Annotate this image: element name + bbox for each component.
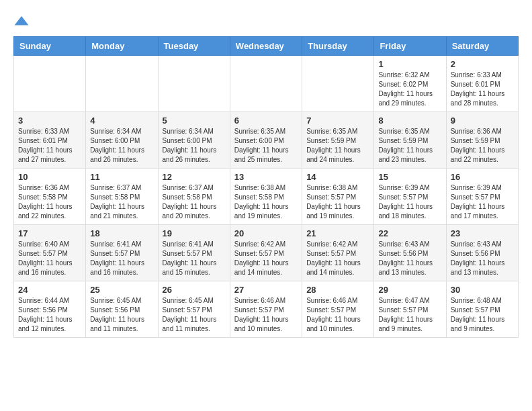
day-number: 3 (18, 116, 81, 126)
day-number: 13 (234, 172, 298, 182)
header-tuesday: Tuesday (158, 37, 230, 56)
day-number: 7 (306, 116, 369, 126)
svg-marker-0 (15, 16, 29, 26)
calendar-table: SundayMondayTuesdayWednesdayThursdayFrid… (13, 36, 519, 338)
calendar-cell-4-5: 21Sunrise: 6:42 AMSunset: 5:57 PMDayligh… (302, 225, 374, 281)
calendar-cell-3-6: 15Sunrise: 6:39 AMSunset: 5:57 PMDayligh… (374, 169, 446, 225)
day-info: Sunrise: 6:46 AMSunset: 5:57 PMDaylight:… (234, 296, 298, 334)
calendar-cell-2-3: 5Sunrise: 6:34 AMSunset: 6:00 PMDaylight… (158, 112, 230, 169)
day-number: 17 (18, 228, 81, 238)
day-info: Sunrise: 6:43 AMSunset: 5:56 PMDaylight:… (378, 240, 441, 277)
calendar-cell-1-6: 1Sunrise: 6:32 AMSunset: 6:02 PMDaylight… (374, 56, 446, 112)
day-info: Sunrise: 6:34 AMSunset: 6:00 PMDaylight:… (90, 127, 153, 165)
day-number: 14 (306, 172, 369, 182)
calendar-cell-2-7: 9Sunrise: 6:36 AMSunset: 5:59 PMDaylight… (446, 112, 518, 169)
day-number: 8 (378, 116, 441, 126)
day-info: Sunrise: 6:47 AMSunset: 5:57 PMDaylight:… (378, 296, 441, 334)
calendar-cell-5-6: 29Sunrise: 6:47 AMSunset: 5:57 PMDayligh… (374, 281, 446, 338)
day-info: Sunrise: 6:37 AMSunset: 5:58 PMDaylight:… (163, 183, 226, 221)
logo (13, 13, 30, 30)
calendar-header-row: SundayMondayTuesdayWednesdayThursdayFrid… (14, 37, 519, 56)
calendar-cell-1-4 (230, 56, 302, 112)
day-number: 10 (18, 172, 81, 182)
day-info: Sunrise: 6:46 AMSunset: 5:57 PMDaylight:… (306, 296, 369, 334)
calendar-cell-1-1 (14, 56, 86, 112)
day-number: 5 (163, 116, 226, 126)
calendar-cell-1-5 (302, 56, 374, 112)
calendar-cell-2-1: 3Sunrise: 6:33 AMSunset: 6:01 PMDaylight… (14, 112, 86, 169)
day-info: Sunrise: 6:45 AMSunset: 5:57 PMDaylight:… (163, 296, 226, 334)
calendar-cell-3-4: 13Sunrise: 6:38 AMSunset: 5:58 PMDayligh… (230, 169, 302, 225)
day-number: 22 (378, 228, 441, 238)
day-info: Sunrise: 6:32 AMSunset: 6:02 PMDaylight:… (378, 71, 441, 108)
calendar-cell-1-7: 2Sunrise: 6:33 AMSunset: 6:01 PMDaylight… (446, 56, 518, 112)
header-sunday: Sunday (14, 37, 86, 56)
day-number: 28 (306, 285, 369, 295)
day-number: 18 (90, 228, 153, 238)
calendar-cell-3-2: 11Sunrise: 6:37 AMSunset: 5:58 PMDayligh… (86, 169, 158, 225)
day-number: 16 (451, 172, 514, 182)
logo-icon (13, 13, 30, 30)
calendar-cell-2-2: 4Sunrise: 6:34 AMSunset: 6:00 PMDaylight… (86, 112, 158, 169)
calendar-cell-4-4: 20Sunrise: 6:42 AMSunset: 5:57 PMDayligh… (230, 225, 302, 281)
calendar-cell-3-1: 10Sunrise: 6:36 AMSunset: 5:58 PMDayligh… (14, 169, 86, 225)
day-info: Sunrise: 6:33 AMSunset: 6:01 PMDaylight:… (451, 71, 514, 108)
day-info: Sunrise: 6:45 AMSunset: 5:56 PMDaylight:… (90, 296, 153, 334)
calendar-cell-2-4: 6Sunrise: 6:35 AMSunset: 6:00 PMDaylight… (230, 112, 302, 169)
day-info: Sunrise: 6:43 AMSunset: 5:56 PMDaylight:… (451, 240, 514, 277)
header-friday: Friday (374, 37, 446, 56)
day-info: Sunrise: 6:48 AMSunset: 5:57 PMDaylight:… (451, 296, 514, 334)
calendar-cell-4-3: 19Sunrise: 6:41 AMSunset: 5:57 PMDayligh… (158, 225, 230, 281)
calendar-week-2: 3Sunrise: 6:33 AMSunset: 6:01 PMDaylight… (14, 112, 519, 169)
day-info: Sunrise: 6:39 AMSunset: 5:57 PMDaylight:… (378, 183, 441, 221)
day-number: 23 (451, 228, 514, 238)
day-info: Sunrise: 6:33 AMSunset: 6:01 PMDaylight:… (18, 127, 81, 165)
calendar-week-4: 17Sunrise: 6:40 AMSunset: 5:57 PMDayligh… (14, 225, 519, 281)
page-header (13, 13, 519, 30)
day-number: 20 (234, 228, 298, 238)
calendar-cell-4-1: 17Sunrise: 6:40 AMSunset: 5:57 PMDayligh… (14, 225, 86, 281)
calendar-week-1: 1Sunrise: 6:32 AMSunset: 6:02 PMDaylight… (14, 56, 519, 112)
calendar-cell-3-7: 16Sunrise: 6:39 AMSunset: 5:57 PMDayligh… (446, 169, 518, 225)
header-thursday: Thursday (302, 37, 374, 56)
day-info: Sunrise: 6:39 AMSunset: 5:57 PMDaylight:… (451, 183, 514, 221)
calendar-cell-5-5: 28Sunrise: 6:46 AMSunset: 5:57 PMDayligh… (302, 281, 374, 338)
calendar-cell-4-2: 18Sunrise: 6:41 AMSunset: 5:57 PMDayligh… (86, 225, 158, 281)
calendar-cell-5-7: 30Sunrise: 6:48 AMSunset: 5:57 PMDayligh… (446, 281, 518, 338)
day-number: 25 (90, 285, 153, 295)
day-number: 6 (234, 116, 298, 126)
day-number: 26 (163, 285, 226, 295)
day-number: 4 (90, 116, 153, 126)
day-info: Sunrise: 6:40 AMSunset: 5:57 PMDaylight:… (18, 240, 81, 277)
day-number: 24 (18, 285, 81, 295)
day-info: Sunrise: 6:37 AMSunset: 5:58 PMDaylight:… (90, 183, 153, 221)
day-info: Sunrise: 6:38 AMSunset: 5:58 PMDaylight:… (234, 183, 298, 221)
day-info: Sunrise: 6:36 AMSunset: 5:59 PMDaylight:… (451, 127, 514, 165)
day-number: 19 (163, 228, 226, 238)
day-info: Sunrise: 6:36 AMSunset: 5:58 PMDaylight:… (18, 183, 81, 221)
calendar-cell-4-7: 23Sunrise: 6:43 AMSunset: 5:56 PMDayligh… (446, 225, 518, 281)
calendar-cell-5-1: 24Sunrise: 6:44 AMSunset: 5:56 PMDayligh… (14, 281, 86, 338)
header-wednesday: Wednesday (230, 37, 302, 56)
day-info: Sunrise: 6:38 AMSunset: 5:57 PMDaylight:… (306, 183, 369, 221)
day-info: Sunrise: 6:35 AMSunset: 5:59 PMDaylight:… (306, 127, 369, 165)
day-number: 21 (306, 228, 369, 238)
day-number: 27 (234, 285, 298, 295)
day-number: 11 (90, 172, 153, 182)
calendar-week-5: 24Sunrise: 6:44 AMSunset: 5:56 PMDayligh… (14, 281, 519, 338)
day-number: 30 (451, 285, 514, 295)
calendar-week-3: 10Sunrise: 6:36 AMSunset: 5:58 PMDayligh… (14, 169, 519, 225)
header-saturday: Saturday (446, 37, 518, 56)
calendar-cell-1-3 (158, 56, 230, 112)
calendar-cell-3-5: 14Sunrise: 6:38 AMSunset: 5:57 PMDayligh… (302, 169, 374, 225)
calendar-cell-2-5: 7Sunrise: 6:35 AMSunset: 5:59 PMDaylight… (302, 112, 374, 169)
day-number: 9 (451, 116, 514, 126)
day-number: 15 (378, 172, 441, 182)
day-number: 12 (163, 172, 226, 182)
day-info: Sunrise: 6:44 AMSunset: 5:56 PMDaylight:… (18, 296, 81, 334)
day-info: Sunrise: 6:34 AMSunset: 6:00 PMDaylight:… (163, 127, 226, 165)
day-info: Sunrise: 6:35 AMSunset: 5:59 PMDaylight:… (378, 127, 441, 165)
calendar-cell-5-4: 27Sunrise: 6:46 AMSunset: 5:57 PMDayligh… (230, 281, 302, 338)
day-info: Sunrise: 6:42 AMSunset: 5:57 PMDaylight:… (234, 240, 298, 277)
header-monday: Monday (86, 37, 158, 56)
